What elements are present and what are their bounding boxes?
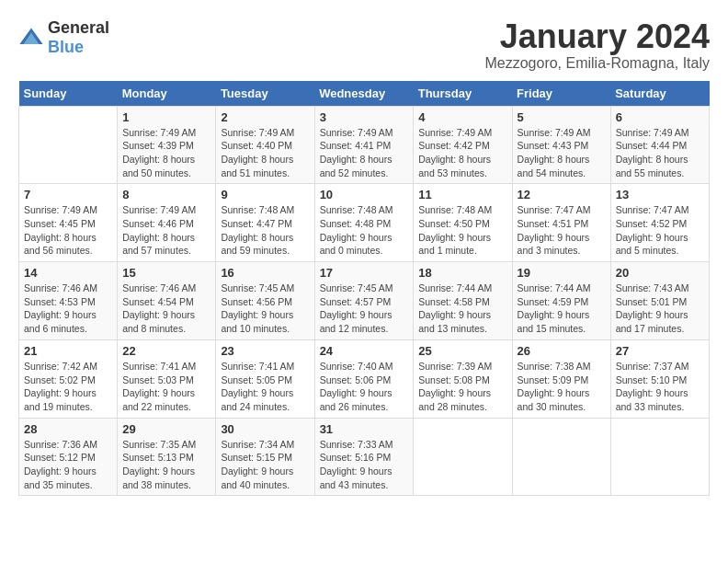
day-info: Sunrise: 7:47 AMSunset: 4:51 PMDaylight:…: [518, 203, 606, 258]
day-number: 5: [518, 110, 606, 124]
day-cell: 31Sunrise: 7:33 AMSunset: 5:16 PMDayligh…: [314, 418, 414, 496]
col-header-monday: Monday: [118, 81, 216, 107]
day-cell: 17Sunrise: 7:45 AMSunset: 4:57 PMDayligh…: [314, 262, 414, 340]
day-number: 29: [122, 422, 210, 436]
day-cell: [19, 106, 118, 184]
day-cell: [512, 418, 610, 496]
header-row: SundayMondayTuesdayWednesdayThursdayFrid…: [19, 81, 710, 107]
day-number: 15: [122, 266, 210, 280]
day-cell: 16Sunrise: 7:45 AMSunset: 4:56 PMDayligh…: [216, 262, 314, 340]
logo-icon: [18, 25, 44, 51]
week-row-4: 21Sunrise: 7:42 AMSunset: 5:02 PMDayligh…: [19, 339, 710, 418]
day-cell: 19Sunrise: 7:44 AMSunset: 4:59 PMDayligh…: [512, 262, 610, 340]
day-number: 25: [418, 344, 506, 358]
location-title: Mezzogoro, Emilia-Romagna, Italy: [484, 55, 710, 72]
day-cell: 27Sunrise: 7:37 AMSunset: 5:10 PMDayligh…: [610, 339, 709, 418]
day-info: Sunrise: 7:48 AMSunset: 4:47 PMDaylight:…: [221, 203, 309, 258]
day-info: Sunrise: 7:46 AMSunset: 4:54 PMDaylight:…: [122, 282, 210, 336]
day-info: Sunrise: 7:39 AMSunset: 5:08 PMDaylight:…: [418, 360, 506, 414]
logo-blue-text: Blue: [48, 38, 84, 56]
day-info: Sunrise: 7:43 AMSunset: 5:01 PMDaylight:…: [616, 282, 704, 336]
calendar-table: SundayMondayTuesdayWednesdayThursdayFrid…: [18, 81, 710, 497]
day-info: Sunrise: 7:49 AMSunset: 4:45 PMDaylight:…: [24, 203, 112, 258]
header: General Blue January 2024 Mezzogoro, Emi…: [18, 18, 710, 72]
day-cell: 5Sunrise: 7:49 AMSunset: 4:43 PMDaylight…: [512, 106, 610, 184]
day-number: 19: [518, 266, 606, 280]
day-number: 1: [122, 110, 210, 124]
day-cell: 22Sunrise: 7:41 AMSunset: 5:03 PMDayligh…: [118, 339, 216, 418]
week-row-1: 1Sunrise: 7:49 AMSunset: 4:39 PMDaylight…: [19, 106, 710, 184]
day-cell: 20Sunrise: 7:43 AMSunset: 5:01 PMDayligh…: [610, 262, 709, 340]
logo: General Blue: [18, 18, 109, 57]
day-cell: 14Sunrise: 7:46 AMSunset: 4:53 PMDayligh…: [19, 262, 118, 340]
day-number: 14: [24, 266, 112, 280]
day-cell: 2Sunrise: 7:49 AMSunset: 4:40 PMDaylight…: [216, 106, 314, 184]
week-row-3: 14Sunrise: 7:46 AMSunset: 4:53 PMDayligh…: [19, 262, 710, 340]
day-info: Sunrise: 7:49 AMSunset: 4:42 PMDaylight:…: [418, 126, 506, 180]
day-number: 10: [320, 188, 409, 201]
day-info: Sunrise: 7:49 AMSunset: 4:44 PMDaylight:…: [616, 126, 704, 180]
day-info: Sunrise: 7:49 AMSunset: 4:39 PMDaylight:…: [122, 126, 210, 180]
day-number: 30: [221, 422, 309, 436]
day-number: 27: [616, 344, 704, 358]
day-info: Sunrise: 7:36 AMSunset: 5:12 PMDaylight:…: [24, 438, 112, 492]
day-info: Sunrise: 7:45 AMSunset: 4:57 PMDaylight:…: [320, 282, 409, 336]
day-info: Sunrise: 7:37 AMSunset: 5:10 PMDaylight:…: [616, 360, 704, 414]
day-info: Sunrise: 7:44 AMSunset: 4:58 PMDaylight:…: [418, 282, 506, 336]
day-info: Sunrise: 7:46 AMSunset: 4:53 PMDaylight:…: [24, 282, 112, 336]
day-number: 8: [122, 188, 210, 201]
day-number: 11: [418, 188, 506, 201]
day-cell: 6Sunrise: 7:49 AMSunset: 4:44 PMDaylight…: [610, 106, 709, 184]
col-header-friday: Friday: [512, 81, 610, 107]
day-number: 21: [24, 344, 112, 358]
day-cell: 8Sunrise: 7:49 AMSunset: 4:46 PMDaylight…: [118, 184, 216, 262]
day-number: 20: [616, 266, 704, 280]
day-cell: 29Sunrise: 7:35 AMSunset: 5:13 PMDayligh…: [118, 418, 216, 496]
day-cell: 1Sunrise: 7:49 AMSunset: 4:39 PMDaylight…: [118, 106, 216, 184]
day-info: Sunrise: 7:49 AMSunset: 4:41 PMDaylight:…: [320, 126, 409, 180]
day-number: 18: [418, 266, 506, 280]
day-number: 2: [221, 110, 309, 124]
col-header-thursday: Thursday: [414, 81, 512, 107]
day-info: Sunrise: 7:48 AMSunset: 4:48 PMDaylight:…: [320, 203, 409, 258]
day-cell: 3Sunrise: 7:49 AMSunset: 4:41 PMDaylight…: [314, 106, 414, 184]
day-cell: 30Sunrise: 7:34 AMSunset: 5:15 PMDayligh…: [216, 418, 314, 496]
day-number: 6: [616, 110, 704, 124]
day-number: 3: [320, 110, 409, 124]
col-header-wednesday: Wednesday: [314, 81, 414, 107]
day-cell: 26Sunrise: 7:38 AMSunset: 5:09 PMDayligh…: [512, 339, 610, 418]
day-number: 4: [418, 110, 506, 124]
day-info: Sunrise: 7:41 AMSunset: 5:03 PMDaylight:…: [122, 360, 210, 414]
day-info: Sunrise: 7:44 AMSunset: 4:59 PMDaylight:…: [518, 282, 606, 336]
title-area: January 2024 Mezzogoro, Emilia-Romagna, …: [484, 18, 710, 72]
day-info: Sunrise: 7:49 AMSunset: 4:46 PMDaylight:…: [122, 203, 210, 258]
day-info: Sunrise: 7:33 AMSunset: 5:16 PMDaylight:…: [320, 438, 409, 492]
day-cell: [610, 418, 709, 496]
day-cell: 13Sunrise: 7:47 AMSunset: 4:52 PMDayligh…: [610, 184, 709, 262]
day-number: 22: [122, 344, 210, 358]
day-info: Sunrise: 7:35 AMSunset: 5:13 PMDaylight:…: [122, 438, 210, 492]
month-title: January 2024: [484, 18, 710, 55]
day-cell: 25Sunrise: 7:39 AMSunset: 5:08 PMDayligh…: [414, 339, 512, 418]
day-info: Sunrise: 7:34 AMSunset: 5:15 PMDaylight:…: [221, 438, 309, 492]
col-header-tuesday: Tuesday: [216, 81, 314, 107]
day-number: 31: [320, 422, 409, 436]
day-number: 16: [221, 266, 309, 280]
day-info: Sunrise: 7:49 AMSunset: 4:43 PMDaylight:…: [518, 126, 606, 180]
day-number: 26: [518, 344, 606, 358]
day-cell: 18Sunrise: 7:44 AMSunset: 4:58 PMDayligh…: [414, 262, 512, 340]
day-info: Sunrise: 7:40 AMSunset: 5:06 PMDaylight:…: [320, 360, 409, 414]
day-number: 9: [221, 188, 309, 201]
day-number: 7: [24, 188, 112, 201]
day-number: 13: [616, 188, 704, 201]
col-header-sunday: Sunday: [19, 81, 118, 107]
day-cell: 4Sunrise: 7:49 AMSunset: 4:42 PMDaylight…: [414, 106, 512, 184]
day-cell: 28Sunrise: 7:36 AMSunset: 5:12 PMDayligh…: [19, 418, 118, 496]
day-info: Sunrise: 7:48 AMSunset: 4:50 PMDaylight:…: [418, 203, 506, 258]
day-info: Sunrise: 7:47 AMSunset: 4:52 PMDaylight:…: [616, 203, 704, 258]
day-cell: 7Sunrise: 7:49 AMSunset: 4:45 PMDaylight…: [19, 184, 118, 262]
week-row-2: 7Sunrise: 7:49 AMSunset: 4:45 PMDaylight…: [19, 184, 710, 262]
day-info: Sunrise: 7:42 AMSunset: 5:02 PMDaylight:…: [24, 360, 112, 414]
day-cell: [414, 418, 512, 496]
day-cell: 12Sunrise: 7:47 AMSunset: 4:51 PMDayligh…: [512, 184, 610, 262]
